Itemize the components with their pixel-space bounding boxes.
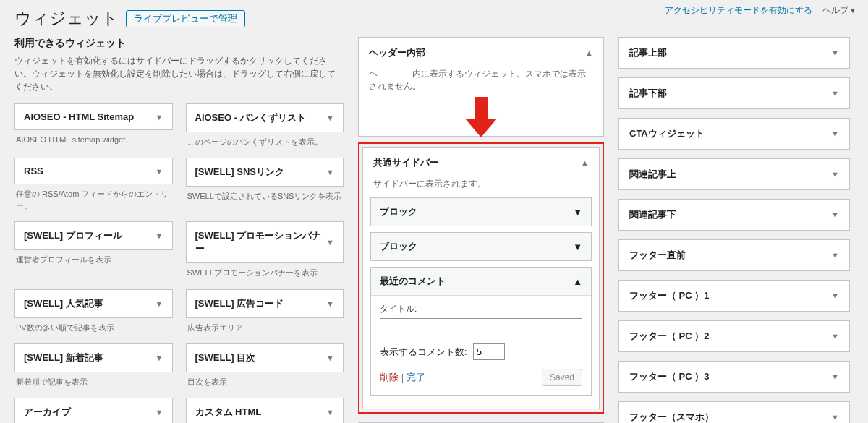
available-widget[interactable]: RSS▼: [14, 158, 173, 184]
widget-desc: PV数の多い順で記事を表示: [14, 318, 173, 341]
live-preview-button[interactable]: ライブプレビューで管理: [126, 10, 245, 27]
chevron-down-icon: ▼: [831, 170, 839, 179]
help-toggle[interactable]: ヘルプ ▾: [822, 4, 855, 17]
chevron-down-icon: ▼: [326, 354, 334, 362]
area-toggle[interactable]: フッター（ PC ）2▼: [619, 321, 849, 351]
available-widget[interactable]: [SWELL] 目次▼: [186, 343, 344, 372]
chevron-up-icon: ▲: [573, 276, 582, 287]
widget-area: フッター（ PC ）3▼: [618, 361, 850, 393]
area-desc: ヘ 内に表示するウィジェット。スマホでは表示されません。: [359, 68, 603, 100]
chevron-up-icon: ▲: [585, 48, 593, 57]
widget-label: RSS: [24, 166, 43, 176]
available-widget[interactable]: [SWELL] SNSリンク▼: [186, 158, 344, 187]
widget-area-header-inner: ヘッダー内部 ▲ ヘ 内に表示するウィジェット。スマホでは表示されません。: [358, 37, 604, 137]
chevron-down-icon: ▼: [326, 408, 334, 416]
widget-desc: 運営者プロフィールを表示: [14, 250, 173, 273]
chevron-down-icon: ▼: [831, 89, 839, 98]
chevron-down-icon: ▼: [573, 207, 582, 218]
area-title: CTAウィジェット: [629, 127, 705, 140]
area-desc: サイドバーに表示されます。: [363, 178, 599, 197]
title-label: タイトル:: [380, 303, 582, 315]
widget-area: フッター（ PC ）1▼: [618, 280, 850, 312]
chevron-down-icon: ▼: [156, 408, 163, 416]
chevron-down-icon: ▼: [156, 167, 163, 176]
available-widget[interactable]: [SWELL] プロモーションバナー▼: [186, 221, 344, 263]
area-toggle[interactable]: CTAウィジェット▼: [619, 119, 849, 149]
area-title: 記事上部: [629, 46, 667, 59]
widget-desc: 広告表示エリア: [186, 318, 344, 341]
area-toggle[interactable]: フッター（ PC ）1▼: [619, 281, 849, 311]
widget-label: [SWELL] SNSリンク: [195, 166, 285, 179]
area-title: 関連記事上: [629, 168, 676, 181]
available-widget[interactable]: [SWELL] プロフィール▼: [14, 221, 173, 250]
widget-area-common-sidebar: 共通サイドバー ▲ サイドバーに表示されます。 ブロック ▼: [362, 147, 600, 409]
a11y-mode-link[interactable]: アクセシビリティモードを有効にする: [665, 4, 812, 17]
widget-label: AIOSEO - パンくずリスト: [195, 111, 306, 124]
widget-label: AIOSEO - HTML Sitemap: [24, 111, 134, 122]
available-widget[interactable]: [SWELL] 人気記事▼: [14, 289, 173, 318]
title-input[interactable]: [380, 318, 582, 336]
area-title: 関連記事下: [629, 208, 676, 221]
widget-label: ブロック: [380, 240, 417, 253]
chevron-down-icon: ▼: [831, 251, 839, 260]
done-link[interactable]: 完了: [407, 372, 425, 383]
chevron-up-icon: ▲: [581, 158, 589, 167]
widget-label: [SWELL] プロモーションバナー: [195, 229, 327, 255]
chevron-down-icon: ▼: [831, 291, 839, 300]
widget-toggle[interactable]: ブロック ▼: [371, 233, 591, 260]
area-title: 共通サイドバー: [373, 156, 439, 169]
chevron-down-icon: ▼: [831, 413, 839, 422]
chevron-down-icon: ▼: [831, 210, 839, 219]
area-title: フッター（スマホ）: [629, 411, 714, 423]
area-toggle[interactable]: 関連記事下▼: [619, 200, 849, 230]
widget-label: [SWELL] 目次: [195, 351, 256, 364]
area-toggle[interactable]: 記事下部▼: [619, 78, 849, 108]
widget-area: 関連記事上▼: [618, 158, 850, 190]
area-toggle[interactable]: フッター（ PC ）3▼: [619, 362, 849, 392]
widget-toggle[interactable]: 最近のコメント ▲: [371, 268, 591, 295]
area-toggle[interactable]: フッター直前▼: [619, 240, 849, 270]
widget-block: ブロック ▼: [370, 197, 592, 226]
count-input[interactable]: [473, 343, 505, 360]
widget-label: 最近のコメント: [380, 275, 446, 288]
available-widgets-heading: 利用できるウィジェット: [14, 37, 344, 50]
area-toggle[interactable]: 記事上部▼: [619, 38, 849, 68]
area-toggle[interactable]: 共通サイドバー ▲: [363, 148, 599, 178]
widget-label: [SWELL] 新着記事: [24, 351, 103, 364]
available-widget[interactable]: カスタム HTML▼: [186, 398, 344, 423]
chevron-down-icon: ▼: [156, 354, 163, 362]
area-toggle[interactable]: 関連記事上▼: [619, 159, 849, 189]
widget-toggle[interactable]: ブロック ▼: [371, 198, 591, 226]
available-widget[interactable]: [SWELL] 広告コード▼: [186, 289, 344, 318]
widget-recent-comments: 最近のコメント ▲ タイトル: 表示するコメント数:: [370, 267, 592, 396]
widget-label: ブロック: [380, 205, 417, 218]
chevron-down-icon: ▼: [156, 231, 163, 240]
widget-desc: 新着順で記事を表示: [14, 372, 173, 395]
available-widget[interactable]: AIOSEO - HTML Sitemap▼: [14, 103, 173, 130]
area-title: 記事下部: [629, 87, 667, 100]
chevron-down-icon: ▼: [156, 113, 163, 121]
widget-block: ブロック ▼: [370, 232, 592, 261]
area-title: フッター直前: [629, 249, 686, 262]
annotation-arrow: [465, 97, 497, 140]
widget-label: アーカイブ: [24, 406, 71, 419]
widget-area: フッター（スマホ）▼: [618, 401, 850, 423]
widget-area: CTAウィジェット▼: [618, 118, 850, 150]
area-toggle[interactable]: ヘッダー内部 ▲: [359, 38, 603, 68]
widget-desc: このページのパンくずリストを表示。: [186, 132, 344, 155]
widget-area: フッター（ PC ）2▼: [618, 320, 850, 352]
chevron-down-icon: ▼: [831, 48, 839, 57]
delete-link[interactable]: 削除: [380, 372, 399, 383]
available-widget[interactable]: AIOSEO - パンくずリスト▼: [186, 103, 344, 132]
chevron-down-icon: ▼: [326, 299, 334, 308]
area-toggle[interactable]: フッター（スマホ）▼: [619, 402, 849, 423]
available-widget[interactable]: [SWELL] 新着記事▼: [14, 343, 173, 372]
available-widget[interactable]: アーカイブ▼: [14, 398, 173, 423]
widget-area: 記事下部▼: [618, 77, 850, 109]
widget-desc: 目次を表示: [186, 372, 344, 395]
chevron-down-icon: ▼: [326, 114, 334, 122]
chevron-down-icon: ▼: [831, 129, 839, 138]
chevron-down-icon: ▼: [831, 372, 839, 381]
widget-label: [SWELL] 広告コード: [195, 297, 284, 310]
area-title: フッター（ PC ）3: [629, 370, 710, 383]
